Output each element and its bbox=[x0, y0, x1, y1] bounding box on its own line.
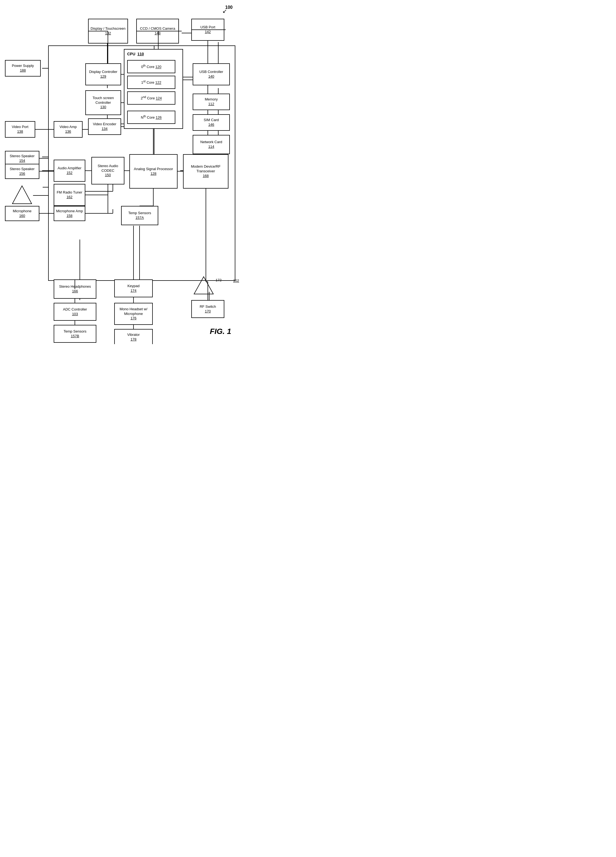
svg-marker-41 bbox=[12, 186, 32, 204]
core1-box: 1st Core 122 bbox=[127, 76, 175, 89]
fm-radio-label: FM Radio Tuner bbox=[57, 190, 82, 195]
keypad-box: Keypad 174 bbox=[114, 279, 153, 297]
mic-amp-label: Microphone Amp bbox=[56, 209, 83, 213]
modem-num: 168 bbox=[203, 174, 209, 178]
stereo-speaker2-box: Stereo Speaker 156 bbox=[5, 164, 39, 179]
coreN-box: Nth Core 126 bbox=[127, 111, 175, 124]
ref-arrow: ↙ bbox=[222, 8, 227, 14]
svg-marker-42 bbox=[194, 277, 213, 294]
power-supply-box: Power Supply 188 bbox=[5, 60, 41, 77]
power-supply-label: Power Supply bbox=[12, 63, 34, 68]
audio-amplifier-box: Audio Amplifier 152 bbox=[54, 160, 85, 182]
cpu-box: CPU 110 0th Core 120 1st Core 122 2nd Co… bbox=[124, 49, 183, 129]
rf-switch-label: RF Switch bbox=[199, 305, 216, 309]
analog-signal-label: Analog Signal Processor bbox=[134, 167, 173, 172]
antenna-164: 164 bbox=[11, 184, 33, 207]
display-touchscreen-num: 132 bbox=[105, 31, 111, 36]
ccd-camera-box: CCD / CMOS Camera 148 bbox=[136, 19, 179, 43]
temp-sensors-a-box: Temp Sensors 157A bbox=[121, 206, 158, 225]
mic-amp-box: Microphone Amp 158 bbox=[54, 206, 85, 221]
power-supply-num: 188 bbox=[20, 68, 26, 73]
antenna-triangle-164 bbox=[11, 184, 33, 206]
microphone-label: Microphone bbox=[13, 209, 32, 213]
usb-controller-num: 140 bbox=[208, 74, 215, 79]
fm-radio-num: 162 bbox=[66, 195, 73, 200]
video-amp-label: Video Amp bbox=[59, 125, 77, 129]
mic-amp-num: 158 bbox=[66, 213, 73, 218]
display-controller-num: 129 bbox=[100, 74, 106, 79]
antenna-triangle-172 bbox=[193, 275, 215, 296]
network-card-label: Network Card bbox=[201, 140, 222, 144]
adc-controller-label: ADC Controller bbox=[63, 307, 87, 312]
fm-radio-box: FM Radio Tuner 162 bbox=[54, 184, 85, 206]
stereo-codec-label: Stereo Audio CODEC bbox=[93, 164, 123, 173]
ccd-camera-num: 148 bbox=[155, 31, 161, 36]
adc-controller-box: ADC Controller 103 bbox=[54, 303, 96, 321]
core0-box: 0th Core 120 bbox=[127, 60, 175, 73]
microphone-box: Microphone 160 bbox=[5, 206, 39, 221]
video-encoder-label: Video Encoder bbox=[93, 122, 116, 127]
memory-box: Memory 112 bbox=[193, 94, 230, 110]
core2-box: 2nd Core 124 bbox=[127, 91, 175, 105]
video-port-num: 138 bbox=[17, 129, 23, 134]
stereo-headphones-label: Stereo Headphones bbox=[59, 285, 91, 289]
video-port-label: Video Port bbox=[12, 125, 28, 129]
video-encoder-num: 134 bbox=[102, 127, 108, 131]
touch-controller-num: 130 bbox=[100, 105, 106, 110]
vibrator-box: Vibrator 178 bbox=[114, 329, 153, 344]
temp-sensors-b-box: Temp Sensors 157B bbox=[54, 325, 96, 343]
sim-card-box: SIM Card 146 bbox=[193, 114, 230, 131]
usb-controller-label: USB Controller bbox=[199, 70, 223, 74]
usb-port-box: USB Port 142 bbox=[191, 19, 224, 41]
rf-switch-num: 170 bbox=[205, 309, 211, 314]
sim-card-label: SIM Card bbox=[204, 118, 219, 122]
touch-controller-label: Touch screen Controller bbox=[87, 96, 119, 105]
memory-label: Memory bbox=[205, 97, 218, 102]
audio-amplifier-label: Audio Amplifier bbox=[57, 166, 82, 171]
touch-controller-box: Touch screen Controller 130 bbox=[85, 90, 121, 115]
usb-port-label: USB Port bbox=[201, 25, 215, 30]
stereo-codec-box: Stereo Audio CODEC 150 bbox=[91, 157, 124, 184]
mono-headset-label: Mono Headset w/ Microphone bbox=[116, 307, 151, 316]
stereo-speaker2-label: Stereo Speaker bbox=[10, 167, 34, 172]
usb-controller-box: USB Controller 140 bbox=[193, 63, 230, 85]
diagram: 100 ↙ 102 bbox=[0, 0, 248, 344]
cpu-label: CPU 110 bbox=[127, 52, 144, 56]
display-controller-box: Display Controller 129 bbox=[85, 63, 121, 85]
temp-sensors-a-label: Temp Sensors bbox=[128, 211, 151, 215]
keypad-label: Keypad bbox=[127, 284, 139, 289]
audio-amplifier-num: 152 bbox=[66, 171, 73, 175]
mono-headset-num: 176 bbox=[130, 316, 136, 321]
temp-sensors-b-label: Temp Sensors bbox=[63, 329, 86, 334]
stereo-headphones-box: Stereo Headphones 166 bbox=[54, 279, 96, 299]
modem-label: Modem Device/RF Transceiver bbox=[185, 164, 227, 174]
display-controller-label: Display Controller bbox=[89, 70, 117, 74]
video-encoder-box: Video Encoder 134 bbox=[88, 118, 121, 135]
keypad-num: 174 bbox=[130, 289, 136, 293]
video-amp-box: Video Amp 136 bbox=[54, 121, 83, 138]
temp-sensors-b-num: 157B bbox=[71, 334, 79, 339]
figure-label: FIG. 1 bbox=[210, 327, 231, 336]
usb-port-num: 142 bbox=[205, 30, 211, 34]
antenna-172-label: 172 bbox=[216, 278, 222, 282]
mono-headset-box: Mono Headset w/ Microphone 176 bbox=[114, 303, 153, 325]
microphone-num: 160 bbox=[19, 213, 25, 218]
ccd-camera-label: CCD / CMOS Camera bbox=[140, 26, 175, 31]
rf-switch-box: RF Switch 170 bbox=[191, 300, 224, 318]
modem-box: Modem Device/RF Transceiver 168 bbox=[183, 154, 228, 189]
vibrator-label: Vibrator bbox=[127, 333, 139, 337]
network-card-box: Network Card 114 bbox=[193, 135, 230, 154]
stereo-codec-num: 150 bbox=[105, 173, 111, 178]
antenna-172: 172 bbox=[193, 275, 215, 297]
stereo-headphones-num: 166 bbox=[72, 289, 78, 294]
display-touchscreen-box: Display / Touchscreen 132 bbox=[88, 19, 128, 43]
sim-card-num: 146 bbox=[208, 122, 215, 127]
analog-signal-num: 128 bbox=[151, 172, 157, 176]
video-amp-num: 136 bbox=[65, 129, 71, 134]
stereo-speaker2-num: 156 bbox=[19, 172, 25, 176]
main-block-num: 102 bbox=[233, 278, 239, 283]
stereo-speaker1-label: Stereo Speaker bbox=[10, 154, 34, 159]
analog-signal-box: Analog Signal Processor 128 bbox=[130, 154, 178, 189]
memory-num: 112 bbox=[208, 102, 215, 107]
vibrator-num: 178 bbox=[130, 337, 136, 342]
